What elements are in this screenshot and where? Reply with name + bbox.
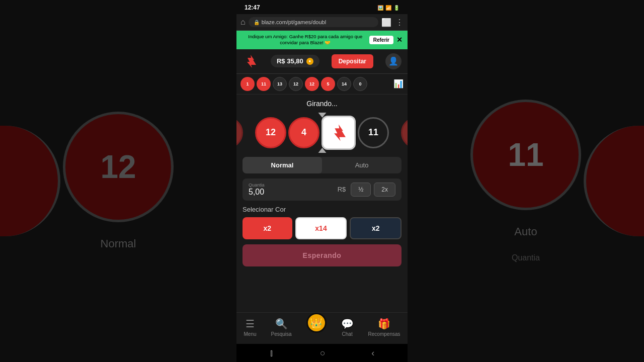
search-icon: 🔍 <box>275 318 288 330</box>
reel-track: 12 4 11 5 <box>236 116 408 150</box>
phone-frame: 12:47 🖼️ 📶 🔋 ⌂ 🔒 blaze.com/pt/games/doub… <box>236 0 408 362</box>
browser-actions: ⬜ ⋮ <box>381 18 404 27</box>
bottom-nav: ☰ Menu 🔍 Pesquisa 👑 💬 Chat 🎁 Recompensas <box>236 312 408 344</box>
reel-item-center <box>321 116 356 150</box>
balance-amount: R$ 35,80 <box>277 57 303 65</box>
system-nav: ⫿ ○ ‹ <box>236 344 408 362</box>
hist-item: 0 <box>353 77 367 91</box>
nav-search[interactable]: 🔍 Pesquisa <box>267 316 295 339</box>
color-black-button[interactable]: x2 <box>350 217 401 239</box>
hist-item: 11 <box>257 77 271 91</box>
reel-item-5: 5 <box>401 117 408 148</box>
color-select-label: Selecionar Cor <box>243 206 401 213</box>
bg-normal-label: Normal <box>101 237 136 250</box>
reel-item-0 <box>236 117 243 148</box>
nav-menu[interactable]: ☰ Menu <box>239 316 260 339</box>
blaze-logo <box>243 53 259 69</box>
status-time: 12:47 <box>245 4 260 11</box>
reel-item-1: 12 <box>255 117 286 148</box>
bg-auto-label: Auto <box>514 225 537 238</box>
system-menu-icon[interactable]: ⫿ <box>270 348 274 358</box>
status-bar: 12:47 🖼️ 📶 🔋 <box>236 0 408 14</box>
mode-tabs: Normal Auto <box>243 157 401 173</box>
nav-rewards[interactable]: 🎁 Recompensas <box>364 316 405 339</box>
chat-label: Chat <box>342 331 353 337</box>
rewards-icon: 🎁 <box>378 318 390 330</box>
reel-wrapper: 12 4 11 5 <box>236 113 408 153</box>
tab-auto[interactable]: Auto <box>322 157 401 173</box>
reel-item-2: 4 <box>288 117 319 148</box>
menu-icon: ☰ <box>246 318 255 330</box>
crown-icon: 👑 <box>306 313 327 333</box>
history-row: 1 11 13 12 12 5 14 0 📊 <box>236 74 408 95</box>
action-button[interactable]: Esperando <box>243 244 401 266</box>
color-buttons: x2 x14 x2 <box>243 217 401 239</box>
status-icons: 🖼️ 📶 🔋 <box>377 5 399 11</box>
hist-item: 13 <box>273 77 287 91</box>
menu-dots-icon[interactable]: ⋮ <box>395 18 404 27</box>
hist-item: 14 <box>337 77 351 91</box>
chart-icon[interactable]: 📊 <box>393 79 404 88</box>
hist-item: 12 <box>305 77 319 91</box>
nav-crown[interactable]: 👑 <box>302 320 331 335</box>
half-button[interactable]: ½ <box>351 183 371 197</box>
banner-text: Indique um Amigo: Ganhe R$20 para cada a… <box>242 34 369 46</box>
hist-item: 1 <box>240 77 255 91</box>
system-back-icon[interactable]: ‹ <box>371 348 374 358</box>
amount-label: Quantia <box>249 183 335 188</box>
deposit-button[interactable]: Depositar <box>332 54 373 68</box>
search-label: Pesquisa <box>271 331 291 337</box>
coin-icon: ● <box>306 58 313 65</box>
app-header: R$ 35,80 ● Depositar 👤 <box>236 49 408 74</box>
amount-input-section: Quantia 5,00 <box>249 183 335 197</box>
home-icon[interactable]: ⌂ <box>240 18 246 27</box>
hist-item: 5 <box>321 77 335 91</box>
hist-item: 12 <box>289 77 303 91</box>
amount-row: Quantia 5,00 R$ ½ 2x <box>243 178 401 201</box>
game-area: 1 11 13 12 12 5 14 0 📊 Girando... <box>236 74 408 312</box>
system-home-icon[interactable]: ○ <box>320 348 326 358</box>
balance-display: R$ 35,80 ● <box>271 55 319 67</box>
refer-button[interactable]: Referir <box>369 36 393 44</box>
svg-marker-1 <box>334 124 346 141</box>
chat-icon: 💬 <box>341 318 354 330</box>
profile-button[interactable]: 👤 <box>385 53 401 69</box>
url-bar[interactable]: 🔒 blaze.com/pt/games/doubl <box>249 17 378 27</box>
game-status: Girando... <box>236 95 408 113</box>
bg-circle-right: 11 <box>470 100 581 210</box>
tab-icon[interactable]: ⬜ <box>381 18 391 27</box>
lock-icon: 🔒 <box>254 20 260 25</box>
url-text: blaze.com/pt/games/doubl <box>262 19 326 25</box>
nav-chat[interactable]: 💬 Chat <box>337 316 358 339</box>
svg-marker-0 <box>247 55 256 68</box>
rewards-label: Recompensas <box>368 331 400 337</box>
currency-label: R$ <box>338 186 346 193</box>
tab-normal[interactable]: Normal <box>243 157 322 173</box>
referral-banner: Indique um Amigo: Ganhe R$20 para cada a… <box>236 31 408 49</box>
menu-label: Menu <box>244 331 256 337</box>
banner-close-icon[interactable]: ✕ <box>396 36 403 44</box>
color-red-button[interactable]: x2 <box>243 217 292 239</box>
controls-area: Normal Auto Quantia 5,00 R$ ½ 2x Selecio… <box>236 153 408 270</box>
bg-quantia-label: Quantia <box>512 253 540 262</box>
color-white-button[interactable]: x14 <box>295 217 347 239</box>
reel-item-4: 11 <box>358 117 389 148</box>
amount-value[interactable]: 5,00 <box>249 188 264 196</box>
bg-circle-left: 12 <box>63 112 174 222</box>
double-button[interactable]: 2x <box>374 183 395 197</box>
browser-bar[interactable]: ⌂ 🔒 blaze.com/pt/games/doubl ⬜ ⋮ <box>236 14 408 31</box>
